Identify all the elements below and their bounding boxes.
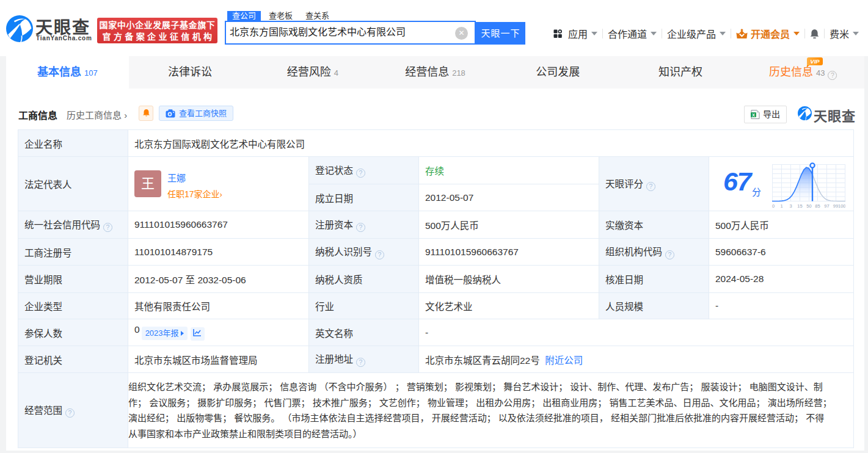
svg-text:15: 15 [797, 203, 802, 209]
svg-text:3: 3 [789, 203, 792, 209]
svg-text:0: 0 [772, 203, 775, 209]
svg-text:1: 1 [780, 203, 782, 209]
svg-text:97: 97 [824, 203, 829, 209]
svg-text:X: X [752, 113, 755, 117]
svg-text:100: 100 [838, 203, 845, 209]
svg-text:50: 50 [806, 203, 811, 209]
svg-text:99: 99 [833, 203, 838, 209]
svg-text:85: 85 [815, 203, 820, 209]
